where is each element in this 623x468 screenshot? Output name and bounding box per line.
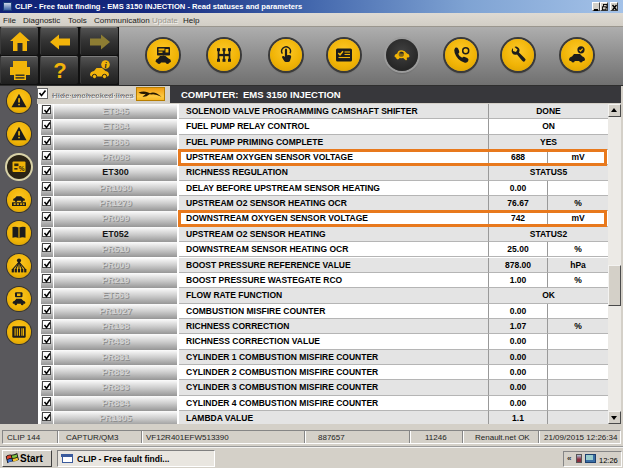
- svg-text:%: %: [19, 165, 25, 172]
- svg-text:?: ?: [53, 59, 66, 83]
